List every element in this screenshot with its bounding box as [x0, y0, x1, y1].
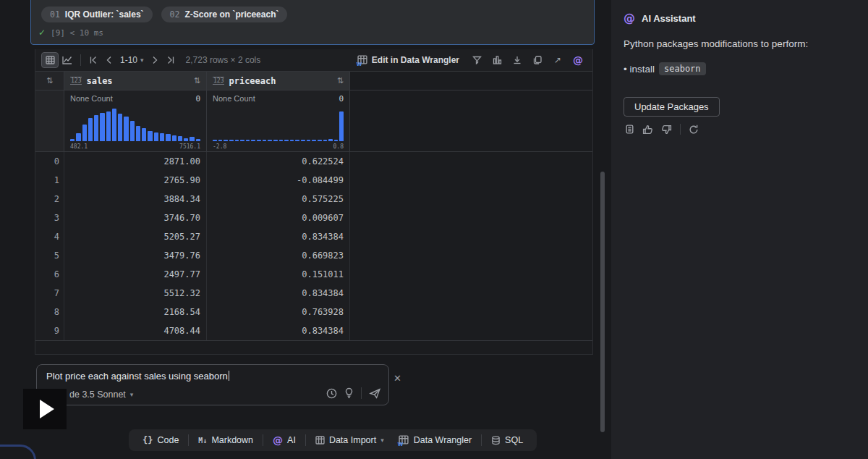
- histogram-bar: [318, 140, 322, 141]
- markdown-icon: M↓: [198, 437, 207, 445]
- none-count-value: 0: [195, 94, 200, 104]
- histogram-bar: [284, 140, 289, 141]
- table-cell: [350, 227, 592, 246]
- table-cell: [350, 303, 592, 321]
- code-cell[interactable]: 01 IQR Outlier: `sales` 02 Z-Score on `p…: [30, 0, 595, 45]
- histogram-bar: [94, 115, 98, 141]
- table-row[interactable]: 75512.320.834384: [35, 284, 592, 303]
- table-row[interactable]: 02871.000.622524: [35, 152, 592, 171]
- table-grid-icon: [46, 56, 55, 64]
- table-row[interactable]: 82168.540.763928: [35, 303, 592, 321]
- open-in-new-window-button[interactable]: ↗: [549, 52, 566, 68]
- sort-icon[interactable]: ⇅: [337, 76, 344, 85]
- histogram-bar: [160, 133, 164, 142]
- histogram-bar: [76, 133, 80, 142]
- add-markdown-cell-button[interactable]: M↓ Markdown: [193, 435, 258, 445]
- execution-time: [9] < 10 ms: [51, 28, 103, 38]
- table-row[interactable]: 33746.700.009607: [35, 209, 592, 227]
- refresh-icon[interactable]: [689, 125, 699, 135]
- add-code-cell-button[interactable]: {} Code: [137, 435, 184, 445]
- histogram-bar: [196, 139, 200, 141]
- decorative-corner-arc: [0, 445, 36, 459]
- sort-icon[interactable]: ⇅: [194, 76, 200, 85]
- table-cell: 0.834384: [207, 321, 350, 340]
- hist-min-label: -2.8: [213, 143, 226, 150]
- history-clock-icon[interactable]: [326, 388, 337, 399]
- stats-index-cell: [35, 90, 64, 151]
- sort-icon[interactable]: ⇅: [46, 76, 53, 85]
- page-range-dropdown[interactable]: 1-10 ▾: [120, 55, 144, 65]
- histogram-bar: [112, 109, 116, 141]
- table-row[interactable]: 12765.90-0.084499: [35, 171, 592, 190]
- data-wrangler-button[interactable]: W Data Wrangler: [393, 435, 477, 445]
- table-cell: 5205.27: [64, 227, 207, 246]
- prompt-input[interactable]: Plot price each against sales using seab…: [46, 371, 381, 382]
- thumbs-down-icon[interactable]: [661, 125, 672, 135]
- column-header-priceeach[interactable]: 123 priceeach ⇅: [207, 72, 350, 90]
- statistics-button[interactable]: [488, 52, 506, 68]
- index-column-header[interactable]: ⇅: [35, 72, 64, 90]
- export-download-button[interactable]: [509, 52, 526, 68]
- histogram-bar: [190, 137, 194, 141]
- model-selector-dropdown[interactable]: de 3.5 Sonnet ▾: [69, 389, 133, 400]
- chart-view-button[interactable]: [59, 52, 76, 68]
- ai-actions-button[interactable]: @: [569, 52, 587, 68]
- play-icon: [40, 400, 54, 418]
- update-packages-button[interactable]: Update Packages: [624, 97, 720, 117]
- close-prompt-icon[interactable]: ✕: [393, 373, 401, 384]
- table-cell: 0.009607: [207, 209, 350, 227]
- tab-number: 02: [170, 9, 180, 20]
- filter-button[interactable]: [468, 52, 485, 68]
- ai-swirl-icon: @: [273, 434, 283, 446]
- table-view-button[interactable]: [41, 52, 59, 68]
- histogram-bar: [229, 140, 234, 141]
- ai-message: Python packages modifications to perform…: [611, 25, 868, 49]
- first-page-button[interactable]: [85, 55, 101, 66]
- column-header-sales[interactable]: 123 sales ⇅: [64, 72, 207, 90]
- separator: [481, 434, 482, 446]
- table-cell: [350, 321, 592, 340]
- ai-panel-title: AI Assistant: [642, 13, 696, 24]
- next-page-button[interactable]: [147, 55, 163, 66]
- histogram-bar: [148, 131, 152, 141]
- video-play-overlay[interactable]: [23, 389, 67, 429]
- table-cell: 0.834384: [207, 284, 350, 303]
- last-page-button[interactable]: [163, 55, 179, 66]
- table-bottom-border: [35, 340, 592, 341]
- copy-response-icon[interactable]: [625, 125, 634, 135]
- priceeach-histogram[interactable]: [213, 108, 344, 141]
- histogram-bar: [257, 140, 261, 141]
- sql-cell-button[interactable]: SQL: [486, 435, 528, 445]
- thumbs-up-icon[interactable]: [642, 125, 653, 135]
- table-row[interactable]: 62497.770.151011: [35, 265, 592, 284]
- table-row[interactable]: 53479.760.669823: [35, 246, 592, 265]
- table-row[interactable]: 45205.270.834384: [35, 227, 592, 246]
- table-cell: 2871.00: [64, 152, 207, 171]
- histogram-bar: [154, 132, 158, 141]
- vertical-scrollbar[interactable]: [600, 172, 605, 432]
- prev-page-button[interactable]: [101, 55, 117, 66]
- histogram-bar: [70, 139, 75, 141]
- edit-in-data-wrangler-button[interactable]: W Edit in Data Wrangler: [357, 55, 459, 65]
- table-cell: -0.084499: [207, 171, 350, 190]
- table-row[interactable]: 94708.440.834384: [35, 321, 592, 340]
- ai-prompt-box[interactable]: Plot price each against sales using seab…: [36, 364, 389, 405]
- cell-insert-toolbar: {} Code M↓ Markdown @ AI Data Import ▾ W…: [129, 429, 537, 451]
- histogram-bar: [224, 140, 228, 141]
- send-icon[interactable]: [369, 388, 381, 399]
- database-icon: [491, 436, 501, 445]
- separator: [263, 434, 263, 446]
- table-cell: 0.575225: [207, 190, 350, 209]
- data-wrangler-icon: W: [399, 435, 409, 445]
- data-import-button[interactable]: Data Import ▾: [310, 435, 389, 445]
- sales-histogram[interactable]: [70, 108, 200, 141]
- package-name-chip: seaborn: [659, 62, 706, 75]
- add-ai-cell-button[interactable]: @ AI: [268, 434, 301, 446]
- copy-button[interactable]: [529, 52, 546, 68]
- table-row[interactable]: 23884.340.575225: [35, 190, 592, 209]
- tab-zscore-priceeach[interactable]: 02 Z-Score on `priceeach`: [161, 7, 288, 22]
- lightbulb-icon[interactable]: [344, 387, 354, 399]
- tab-iqr-outlier-sales[interactable]: 01 IQR Outlier: `sales`: [41, 7, 153, 22]
- histogram-bar: [213, 140, 217, 141]
- histogram-bar: [246, 140, 250, 141]
